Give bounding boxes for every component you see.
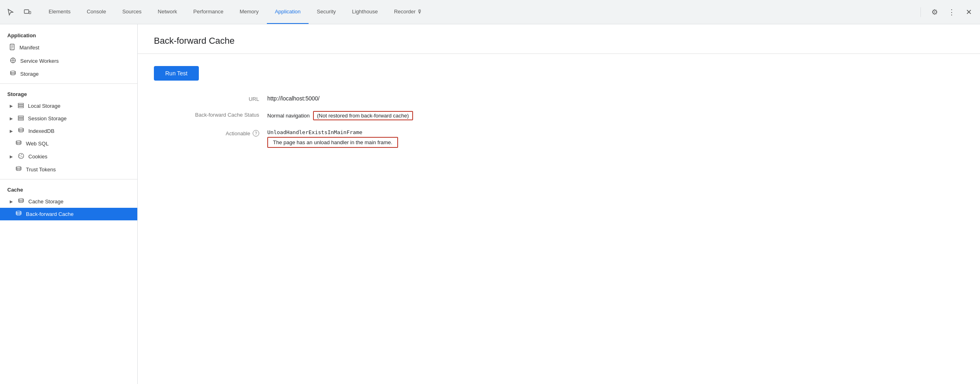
sidebar-section-storage: Storage <box>0 87 137 100</box>
separator <box>920 7 921 17</box>
svg-point-27 <box>19 198 23 200</box>
url-label: URL <box>154 95 267 102</box>
back-forward-cache-icon <box>15 211 22 218</box>
devtools-icons <box>5 6 33 18</box>
actionable-label-cell: Actionable ? <box>154 129 267 137</box>
help-icon[interactable]: ? <box>253 130 259 137</box>
svg-rect-18 <box>18 119 23 120</box>
main-layout: Application Manifest Service Workers Sto… <box>0 24 980 384</box>
sidebar-item-cache-storage[interactable]: ▶ Cache Storage <box>0 195 137 208</box>
top-bar-right: ⚙ ⋮ ✕ <box>928 6 975 19</box>
page-title: Back-forward Cache <box>138 24 980 54</box>
tab-sources[interactable]: Sources <box>114 0 150 24</box>
tab-security[interactable]: Security <box>309 0 344 24</box>
svg-point-28 <box>16 211 21 213</box>
device-toggle-icon[interactable] <box>22 6 33 18</box>
tab-recorder[interactable]: Recorder 🎙 <box>386 0 430 24</box>
status-normal-text: Normal navigation <box>267 113 310 119</box>
storage-icon <box>10 70 16 77</box>
cookies-label: Cookies <box>28 154 47 160</box>
sidebar: Application Manifest Service Workers Sto… <box>0 24 138 384</box>
sidebar-item-web-sql[interactable]: Web SQL <box>0 137 137 150</box>
close-icon[interactable]: ✕ <box>962 6 975 19</box>
cache-status-value: Normal navigation (Not restored from bac… <box>267 111 721 120</box>
svg-rect-13 <box>18 103 23 105</box>
trust-tokens-icon <box>15 166 22 173</box>
svg-rect-14 <box>18 105 23 106</box>
chevron-indexeddb: ▶ <box>10 129 13 133</box>
trust-tokens-label: Trust Tokens <box>26 166 56 173</box>
sidebar-section-cache: Cache <box>0 183 137 195</box>
service-workers-label: Service Workers <box>20 58 59 64</box>
sidebar-item-session-storage[interactable]: ▶ Session Storage <box>0 112 137 125</box>
manifest-label: Manifest <box>19 45 39 51</box>
svg-rect-0 <box>24 10 29 13</box>
sidebar-item-cookies[interactable]: ▶ Cookies <box>0 150 137 163</box>
svg-point-26 <box>16 166 21 168</box>
svg-rect-17 <box>18 117 23 119</box>
indexeddb-icon <box>18 128 24 134</box>
storage-label: Storage <box>20 71 39 77</box>
svg-point-23 <box>21 154 22 155</box>
local-storage-icon <box>18 102 24 109</box>
actionable-description: The page has an unload handler in the ma… <box>267 137 398 148</box>
actionable-label-text: Actionable <box>226 130 250 137</box>
sidebar-item-manifest[interactable]: Manifest <box>0 41 137 54</box>
session-storage-icon <box>18 115 24 122</box>
more-icon[interactable]: ⋮ <box>945 6 958 19</box>
local-storage-label: Local Storage <box>28 103 60 109</box>
sidebar-item-local-storage[interactable]: ▶ Local Storage <box>0 100 137 112</box>
status-not-restored-badge: (Not restored from back-forward cache) <box>313 111 413 120</box>
indexeddb-label: IndexedDB <box>28 128 54 134</box>
cursor-icon[interactable] <box>5 6 16 18</box>
chevron-cookies: ▶ <box>10 154 13 159</box>
content-body: Run Test URL http://localhost:5000/ Back… <box>138 54 980 160</box>
url-value: http://localhost:5000/ <box>267 95 721 102</box>
chevron-cache-storage: ▶ <box>10 199 13 204</box>
svg-rect-16 <box>18 116 23 117</box>
web-sql-icon <box>15 140 22 147</box>
cache-storage-icon <box>18 198 24 205</box>
divider-1 <box>0 83 137 84</box>
sidebar-section-application: Application <box>0 28 137 41</box>
svg-point-20 <box>16 141 21 142</box>
run-test-button[interactable]: Run Test <box>154 66 199 81</box>
cookies-icon <box>18 153 24 160</box>
session-storage-label: Session Storage <box>28 115 66 122</box>
svg-point-25 <box>20 157 21 158</box>
tab-console[interactable]: Console <box>79 0 114 24</box>
svg-point-24 <box>21 156 22 157</box>
tab-application[interactable]: Application <box>267 0 309 24</box>
top-bar: Elements Console Sources Network Perform… <box>0 0 980 24</box>
svg-point-19 <box>19 128 23 130</box>
service-workers-icon <box>10 57 16 65</box>
back-forward-cache-label: Back-forward Cache <box>26 211 74 217</box>
content-area: Back-forward Cache Run Test URL http://l… <box>138 24 980 384</box>
chevron-local-storage: ▶ <box>10 104 13 108</box>
tab-list: Elements Console Sources Network Perform… <box>40 0 918 24</box>
tab-performance[interactable]: Performance <box>185 0 231 24</box>
svg-rect-1 <box>29 11 31 14</box>
sidebar-item-indexeddb[interactable]: ▶ IndexedDB <box>0 125 137 137</box>
tab-lighthouse[interactable]: Lighthouse <box>344 0 386 24</box>
svg-rect-15 <box>18 107 23 108</box>
tab-network[interactable]: Network <box>150 0 185 24</box>
info-grid: URL http://localhost:5000/ Back-forward … <box>154 95 721 148</box>
settings-icon[interactable]: ⚙ <box>928 6 941 19</box>
chevron-session-storage: ▶ <box>10 116 13 121</box>
tab-elements[interactable]: Elements <box>40 0 79 24</box>
sidebar-item-storage[interactable]: Storage <box>0 68 137 80</box>
web-sql-label: Web SQL <box>26 141 49 147</box>
manifest-icon <box>10 44 15 51</box>
svg-point-7 <box>12 60 14 61</box>
tab-memory[interactable]: Memory <box>232 0 267 24</box>
sidebar-item-back-forward-cache[interactable]: Back-forward Cache <box>0 208 137 220</box>
divider-2 <box>0 179 137 179</box>
svg-point-12 <box>11 71 15 73</box>
cache-status-label: Back-forward Cache Status <box>154 111 267 118</box>
sidebar-item-trust-tokens[interactable]: Trust Tokens <box>0 163 137 176</box>
actionable-value: UnloadHandlerExistsInMainFrame The page … <box>267 129 721 148</box>
sidebar-item-service-workers[interactable]: Service Workers <box>0 54 137 68</box>
svg-point-22 <box>19 155 20 156</box>
svg-point-21 <box>19 154 24 159</box>
